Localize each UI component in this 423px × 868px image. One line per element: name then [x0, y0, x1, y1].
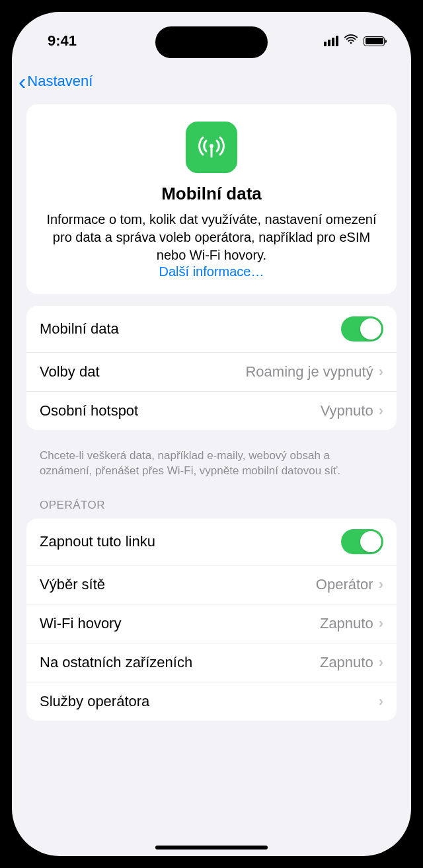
chevron-right-icon: › [379, 576, 383, 593]
turn-on-line-row: Zapnout tuto linku [26, 519, 397, 565]
data-options-label: Volby dat [40, 363, 100, 380]
network-selection-value: Operátor [316, 576, 373, 593]
carrier-services-row[interactable]: Služby operátora › [26, 682, 397, 721]
battery-icon [364, 36, 385, 46]
dynamic-island [155, 26, 268, 58]
turn-on-line-label: Zapnout tuto linku [40, 533, 155, 550]
nav-bar: ‹ Nastavení [12, 58, 411, 104]
status-time: 9:41 [48, 32, 77, 50]
status-right [324, 32, 385, 50]
other-devices-value: Zapnuto [320, 654, 373, 671]
operator-group: Zapnout tuto linku Výběr sítě Operátor ›… [26, 519, 397, 721]
chevron-right-icon: › [379, 402, 383, 419]
data-options-value: Roaming je vypnutý [245, 363, 373, 380]
chevron-right-icon: › [379, 693, 383, 710]
operator-section-header: OPERÁTOR [26, 495, 397, 519]
network-selection-row[interactable]: Výběr sítě Operátor › [26, 565, 397, 604]
cellular-data-app-icon [186, 122, 237, 173]
carrier-services-label: Služby operátora [40, 693, 149, 710]
back-chevron-icon[interactable]: ‹ [19, 70, 26, 92]
other-devices-row[interactable]: Na ostatních zařízeních Zapnuto › [26, 643, 397, 682]
chevron-right-icon: › [379, 615, 383, 632]
other-devices-label: Na ostatních zařízeních [40, 654, 192, 671]
personal-hotspot-row[interactable]: Osobní hotspot Vypnuto › [26, 392, 397, 430]
hero-description: Informace o tom, kolik dat využíváte, na… [41, 211, 382, 264]
turn-on-line-toggle[interactable] [341, 529, 383, 554]
wifi-calling-value: Zapnuto [320, 615, 373, 632]
hotspot-value: Vypnuto [321, 402, 373, 419]
network-selection-label: Výběr sítě [40, 576, 105, 593]
learn-more-link[interactable]: Další informace… [41, 264, 382, 279]
hotspot-label: Osobní hotspot [40, 402, 138, 419]
data-options-row[interactable]: Volby dat Roaming je vypnutý › [26, 353, 397, 392]
wifi-icon [344, 32, 358, 50]
hero-card: Mobilní data Informace o tom, kolik dat … [26, 104, 397, 294]
group1-footer: Chcete-li veškerá data, například e-mail… [26, 442, 397, 495]
cellular-settings-group: Mobilní data Volby dat Roaming je vypnut… [26, 306, 397, 430]
cellular-data-toggle[interactable] [341, 316, 383, 342]
wifi-calling-row[interactable]: Wi-Fi hovory Zapnuto › [26, 604, 397, 643]
wifi-calling-label: Wi-Fi hovory [40, 615, 121, 632]
chevron-right-icon: › [379, 654, 383, 671]
back-button[interactable]: Nastavení [27, 73, 93, 90]
hero-title: Mobilní data [41, 184, 382, 204]
chevron-right-icon: › [379, 363, 383, 380]
cellular-signal-icon [324, 36, 338, 46]
cellular-data-label: Mobilní data [40, 320, 119, 338]
home-indicator[interactable] [155, 846, 268, 850]
cellular-data-row: Mobilní data [26, 306, 397, 353]
